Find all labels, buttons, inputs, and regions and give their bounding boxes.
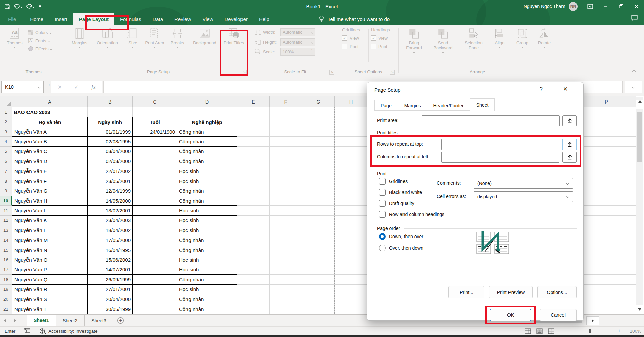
cell[interactable] xyxy=(590,147,623,156)
row-header-14[interactable]: 14 xyxy=(0,235,12,245)
cell[interactable] xyxy=(270,265,302,275)
cancel-entry-icon[interactable]: ✕ xyxy=(57,84,62,90)
cell[interactable] xyxy=(623,196,636,206)
cell[interactable]: Nguyễn Văn R xyxy=(12,285,88,294)
cell[interactable]: 24/01/1900 xyxy=(133,127,177,137)
cell[interactable]: 02/03/2000 xyxy=(88,156,133,166)
cell[interactable] xyxy=(584,294,590,304)
down-then-over-radio[interactable] xyxy=(379,233,386,240)
tab-file[interactable]: File xyxy=(0,13,24,25)
cell[interactable] xyxy=(584,176,590,186)
close-button[interactable] xyxy=(629,0,644,13)
gridlines-checkbox[interactable] xyxy=(379,178,386,185)
tab-page-layout[interactable]: Page Layout xyxy=(73,13,114,25)
comments-dropdown[interactable]: (None) xyxy=(474,178,573,189)
tab-data[interactable]: Data xyxy=(147,13,169,25)
tab-insert[interactable]: Insert xyxy=(49,13,73,25)
cell[interactable]: Công nhân xyxy=(177,127,237,137)
cell[interactable] xyxy=(237,166,270,176)
cell[interactable] xyxy=(623,245,636,255)
cell[interactable] xyxy=(623,285,636,294)
rows-repeat-input[interactable] xyxy=(441,139,559,150)
scale-to-fit-dialog-launcher-icon[interactable]: ⇘ xyxy=(329,70,334,75)
gridlines-view-checkbox[interactable]: ✓View xyxy=(342,35,369,41)
cell[interactable] xyxy=(335,265,367,275)
tab-home[interactable]: Home xyxy=(24,13,49,25)
cell[interactable] xyxy=(623,275,636,284)
cell[interactable]: 27/01/2001 xyxy=(88,285,133,294)
scroll-down-icon[interactable] xyxy=(636,305,643,314)
gridlines-print-checkbox[interactable]: Print xyxy=(342,44,369,49)
column-header-f[interactable]: F xyxy=(270,96,302,107)
cell[interactable] xyxy=(302,304,335,314)
cell[interactable]: Công nhân xyxy=(177,186,237,196)
cell[interactable]: Nguyễn Văn M xyxy=(12,235,88,245)
column-header-h[interactable]: H xyxy=(335,96,367,107)
cell[interactable] xyxy=(270,285,302,294)
cell[interactable]: 17/05/2000 xyxy=(88,235,133,245)
cell[interactable] xyxy=(270,117,302,127)
row-header-6[interactable]: 6 xyxy=(0,156,12,166)
cell[interactable] xyxy=(584,225,590,235)
user-name[interactable]: Nguyen Ngoc Tham xyxy=(524,4,565,9)
cell[interactable] xyxy=(590,255,623,265)
expand-formula-bar-icon[interactable] xyxy=(625,81,642,93)
cell[interactable]: 14/07/2001 xyxy=(88,265,133,275)
cell[interactable] xyxy=(270,107,302,117)
cell[interactable] xyxy=(302,127,335,137)
cell[interactable]: Học sinh xyxy=(177,166,237,176)
cell[interactable] xyxy=(133,275,177,284)
cell[interactable] xyxy=(584,304,590,314)
cell[interactable] xyxy=(623,255,636,265)
align-button[interactable]: Align xyxy=(490,27,510,48)
cell[interactable] xyxy=(237,235,270,245)
cell[interactable] xyxy=(133,255,177,265)
cell[interactable] xyxy=(590,245,623,255)
cell[interactable] xyxy=(302,166,335,176)
cell[interactable] xyxy=(270,275,302,284)
cell[interactable] xyxy=(335,235,367,245)
print-button[interactable]: Print... xyxy=(448,286,484,298)
cell[interactable] xyxy=(237,225,270,235)
cell[interactable]: 15/06/2002 xyxy=(88,255,133,265)
row-header-12[interactable]: 12 xyxy=(0,216,12,225)
cell[interactable]: 01/01/1999 xyxy=(88,127,133,137)
cell[interactable] xyxy=(335,294,367,304)
tab-formulas[interactable]: Formulas xyxy=(114,13,147,25)
cell[interactable] xyxy=(133,265,177,275)
cell[interactable] xyxy=(623,206,636,215)
dialog-close-icon[interactable]: ✕ xyxy=(563,86,568,93)
cell[interactable]: 18/04/2002 xyxy=(88,225,133,235)
column-header-p[interactable]: P xyxy=(590,96,623,107)
cell[interactable] xyxy=(270,196,302,206)
cell[interactable]: 26/09/1999 xyxy=(88,275,133,284)
cell[interactable] xyxy=(584,147,590,156)
height-dropdown[interactable]: Automatic xyxy=(280,38,315,46)
cell[interactable]: Nghề nghiệp xyxy=(177,117,237,127)
cell[interactable] xyxy=(270,176,302,186)
cell[interactable] xyxy=(237,265,270,275)
cell[interactable] xyxy=(623,107,636,117)
cell[interactable] xyxy=(623,166,636,176)
cell[interactable] xyxy=(133,235,177,245)
cell[interactable] xyxy=(335,225,367,235)
cell[interactable] xyxy=(590,117,623,127)
undo-button[interactable] xyxy=(12,3,23,10)
cell[interactable] xyxy=(335,137,367,146)
cell[interactable] xyxy=(133,245,177,255)
cell[interactable]: Học sinh xyxy=(177,225,237,235)
cell[interactable] xyxy=(584,216,590,225)
cell[interactable] xyxy=(590,216,623,225)
cell[interactable] xyxy=(623,265,636,275)
cell[interactable] xyxy=(133,294,177,304)
cell[interactable] xyxy=(335,166,367,176)
redo-button[interactable] xyxy=(24,3,35,10)
print-preview-button[interactable]: Print Preview xyxy=(489,286,533,298)
ok-button[interactable]: OK xyxy=(490,309,531,321)
cell[interactable] xyxy=(270,206,302,215)
row-header-15[interactable]: 15 xyxy=(0,245,12,255)
cell[interactable] xyxy=(584,117,590,127)
cols-repeat-range-button[interactable] xyxy=(562,152,577,163)
cell[interactable] xyxy=(590,206,623,215)
cell[interactable] xyxy=(590,265,623,275)
